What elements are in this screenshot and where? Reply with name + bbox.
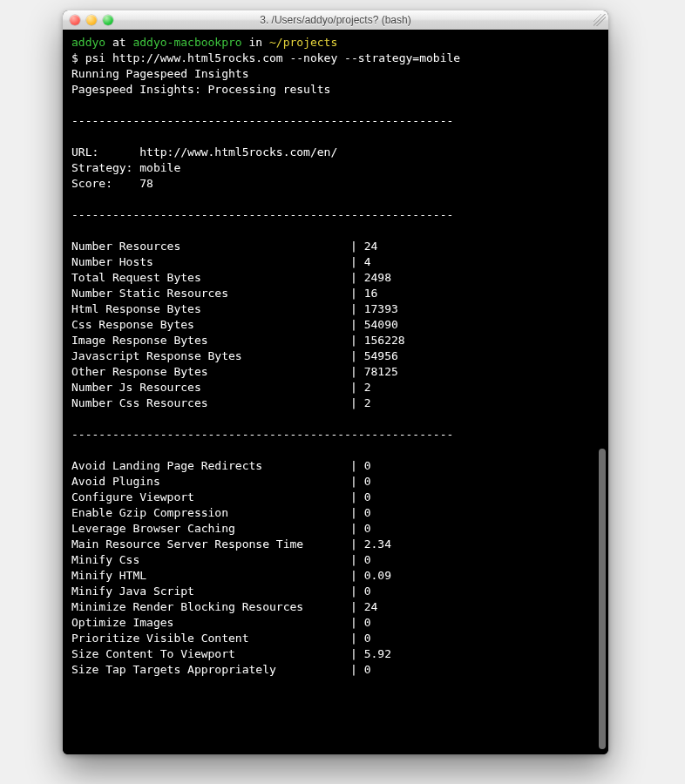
table-row: Main Resource Server Response Time| 2.34 [71, 537, 608, 552]
rule-value: | 0 [350, 505, 370, 521]
stat-value: | 156228 [350, 333, 405, 348]
rules-block: Avoid Landing Page Redirects| 0Avoid Plu… [71, 458, 608, 678]
summary-score: Score: 78 [71, 176, 608, 192]
rule-label: Enable Gzip Compression [71, 505, 350, 521]
rule-label: Minimize Render Blocking Resources [71, 599, 350, 615]
table-row: Minify Java Script| 0 [71, 584, 608, 599]
rule-label: Size Content To Viewport [71, 646, 350, 662]
prompt-at: at [112, 36, 126, 49]
titlebar[interactable]: 3. /Users/addyo/projects? (bash) [63, 10, 608, 30]
stat-value: | 4 [350, 254, 370, 270]
window-title: 3. /Users/addyo/projects? (bash) [63, 14, 608, 26]
stat-label: Javascript Response Bytes [71, 348, 350, 364]
table-row: Number Static Resources| 16 [71, 286, 608, 301]
rule-label: Avoid Plugins [71, 474, 350, 490]
table-row: Image Response Bytes| 156228 [71, 333, 608, 348]
divider: ----------------------------------------… [71, 427, 608, 443]
table-row: Number Js Resources| 2 [71, 380, 608, 395]
command-text: psi http://www.html5rocks.com --nokey --… [85, 51, 460, 64]
rule-value: | 0 [350, 552, 370, 568]
table-row: Html Response Bytes| 17393 [71, 301, 608, 317]
rule-label: Avoid Landing Page Redirects [71, 458, 350, 474]
stat-label: Number Js Resources [71, 380, 350, 395]
table-row: Minify Css| 0 [71, 552, 608, 568]
close-icon[interactable] [70, 15, 80, 25]
stat-value: | 2 [350, 380, 370, 395]
table-row: Minimize Render Blocking Resources| 24 [71, 599, 608, 615]
scrollbar[interactable] [599, 33, 606, 749]
prompt-line: addyo at addyo-macbookpro in ~/projects [71, 35, 608, 51]
table-row: Optimize Images| 0 [71, 615, 608, 631]
table-row: Prioritize Visible Content| 0 [71, 631, 608, 646]
stat-label: Total Request Bytes [71, 270, 350, 286]
table-row: Size Tap Targets Appropriately| 0 [71, 662, 608, 678]
rule-value: | 0 [350, 584, 370, 599]
rule-label: Minify Java Script [71, 584, 350, 599]
stat-label: Number Hosts [71, 254, 350, 270]
status-line: Running Pagespeed Insights [71, 66, 608, 82]
stat-value: | 78125 [350, 364, 398, 380]
stat-value: | 54956 [350, 348, 398, 364]
table-row: Leverage Browser Caching| 0 [71, 521, 608, 537]
table-row: Other Response Bytes| 78125 [71, 364, 608, 380]
table-row: Number Resources| 24 [71, 239, 608, 254]
stat-value: | 24 [350, 239, 377, 254]
command-line: $ psi http://www.html5rocks.com --nokey … [71, 51, 608, 66]
divider: ----------------------------------------… [71, 113, 608, 129]
rule-label: Main Resource Server Response Time [71, 537, 350, 552]
stats-block: Number Resources| 24Number Hosts| 4Total… [71, 239, 608, 411]
stat-label: Number Resources [71, 239, 350, 254]
rule-label: Prioritize Visible Content [71, 631, 350, 646]
prompt-user: addyo [71, 36, 105, 49]
scrollbar-thumb[interactable] [599, 449, 606, 749]
summary-strategy: Strategy: mobile [71, 160, 608, 176]
rule-value: | 0 [350, 458, 370, 474]
rule-value: | 24 [350, 599, 377, 615]
stat-value: | 16 [350, 286, 377, 301]
terminal-window: 3. /Users/addyo/projects? (bash) addyo a… [63, 10, 608, 754]
stat-label: Image Response Bytes [71, 333, 350, 348]
rule-value: | 2.34 [350, 537, 391, 552]
rule-value: | 0 [350, 631, 370, 646]
rule-value: | 5.92 [350, 646, 391, 662]
rule-label: Leverage Browser Caching [71, 521, 350, 537]
table-row: Javascript Response Bytes| 54956 [71, 348, 608, 364]
stat-value: | 17393 [350, 301, 398, 317]
table-row: Total Request Bytes| 2498 [71, 270, 608, 286]
minimize-icon[interactable] [86, 15, 97, 25]
stat-value: | 2 [350, 395, 370, 411]
summary-url: URL: http://www.html5rocks.com/en/ [71, 145, 608, 160]
stat-value: | 2498 [350, 270, 391, 286]
prompt-symbol: $ [71, 51, 78, 64]
table-row: Minify HTML| 0.09 [71, 568, 608, 584]
table-row: Configure Viewport| 0 [71, 490, 608, 505]
traffic-lights [70, 15, 113, 25]
table-row: Size Content To Viewport| 5.92 [71, 646, 608, 662]
prompt-path: ~/projects [269, 36, 337, 49]
rule-label: Minify Css [71, 552, 350, 568]
table-row: Number Hosts| 4 [71, 254, 608, 270]
divider: ----------------------------------------… [71, 207, 608, 223]
rule-label: Optimize Images [71, 615, 350, 631]
rule-value: | 0 [350, 615, 370, 631]
rule-value: | 0 [350, 490, 370, 505]
rule-value: | 0 [350, 521, 370, 537]
status-line: Pagespeed Insights: Processing results [71, 82, 608, 98]
table-row: Css Response Bytes| 54090 [71, 317, 608, 333]
terminal-body[interactable]: addyo at addyo-macbookpro in ~/projects … [63, 30, 608, 754]
rule-value: | 0 [350, 662, 370, 678]
rule-value: | 0.09 [350, 568, 391, 584]
rule-label: Minify HTML [71, 568, 350, 584]
stat-label: Other Response Bytes [71, 364, 350, 380]
table-row: Avoid Plugins| 0 [71, 474, 608, 490]
stat-label: Number Static Resources [71, 286, 350, 301]
rule-value: | 0 [350, 474, 370, 490]
table-row: Enable Gzip Compression| 0 [71, 505, 608, 521]
fullscreen-icon[interactable] [593, 14, 606, 26]
table-row: Avoid Landing Page Redirects| 0 [71, 458, 608, 474]
prompt-host: addyo-macbookpro [132, 36, 241, 49]
prompt-in: in [249, 36, 263, 49]
table-row: Number Css Resources| 2 [71, 395, 608, 411]
stat-value: | 54090 [350, 317, 398, 333]
zoom-icon[interactable] [103, 15, 113, 25]
